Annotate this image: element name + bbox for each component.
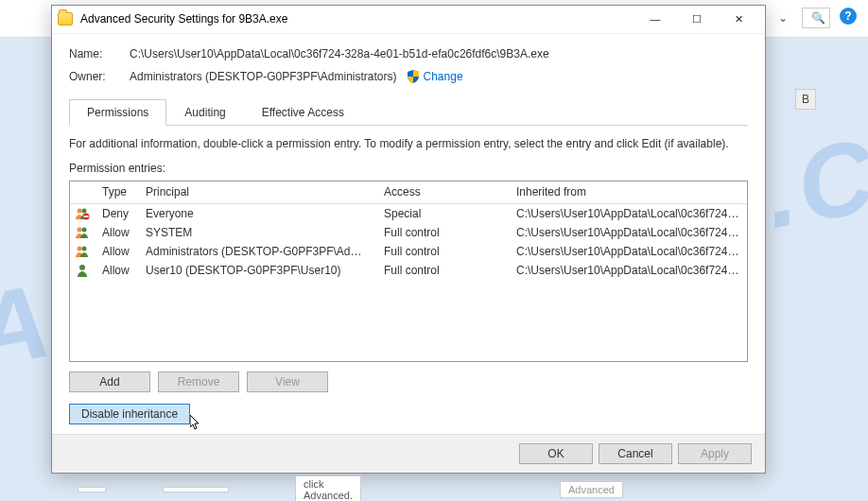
col-inherited[interactable]: Inherited from xyxy=(509,185,747,199)
cell-principal: SYSTEM xyxy=(138,226,376,239)
group-icon xyxy=(70,226,95,239)
col-access[interactable]: Access xyxy=(376,185,509,199)
help-icon[interactable]: ? xyxy=(840,8,857,25)
disable-inheritance-button[interactable]: Disable inheritance xyxy=(69,404,190,424)
col-type[interactable]: Type xyxy=(95,185,138,199)
svg-point-1 xyxy=(82,208,87,213)
svg-rect-3 xyxy=(84,216,89,217)
cell-access: Full control xyxy=(376,245,509,258)
search-fragment[interactable]: 🔍 xyxy=(802,8,830,28)
shield-icon xyxy=(407,70,420,83)
cell-inherited: C:\Users\User10\AppData\Local\0c36f724-3… xyxy=(509,226,747,239)
name-value: C:\Users\User10\AppData\Local\0c36f724-3… xyxy=(130,47,549,60)
owner-label: Owner: xyxy=(69,70,130,83)
group-deny-icon xyxy=(70,207,95,220)
col-principal[interactable]: Principal xyxy=(138,185,376,199)
cell-principal: User10 (DESKTOP-G0PF3PF\User10) xyxy=(138,264,376,277)
svg-point-0 xyxy=(78,208,82,213)
svg-point-8 xyxy=(79,265,85,270)
grid-header: Type Principal Access Inherited from xyxy=(70,181,747,204)
cell-type: Allow xyxy=(95,226,138,239)
view-button: View xyxy=(247,371,328,392)
minimize-button[interactable]: — xyxy=(634,6,676,32)
cell-access: Special xyxy=(376,207,509,220)
table-row[interactable]: Allow SYSTEM Full control C:\Users\User1… xyxy=(70,223,747,242)
cell-principal: Administrators (DESKTOP-G0PF3PF\Admini..… xyxy=(138,245,376,258)
cell-access: Full control xyxy=(376,226,509,239)
cell-access: Full control xyxy=(376,264,509,277)
titlebar: Advanced Security Settings for 9B3A.exe … xyxy=(52,6,765,34)
cell-principal: Everyone xyxy=(138,207,376,220)
background-b-button[interactable]: B xyxy=(795,89,816,110)
svg-point-5 xyxy=(82,227,87,232)
svg-point-6 xyxy=(78,246,82,250)
owner-value: Administrators (DESKTOP-G0PF3PF\Administ… xyxy=(130,70,397,83)
tab-effective-access[interactable]: Effective Access xyxy=(244,99,362,126)
cancel-button[interactable]: Cancel xyxy=(599,443,672,464)
cell-inherited: C:\Users\User10\AppData\Local\0c36f724-3… xyxy=(509,207,747,220)
name-row: Name: C:\Users\User10\AppData\Local\0c36… xyxy=(69,47,748,60)
window-title: Advanced Security Settings for 9B3A.exe xyxy=(80,12,634,26)
add-button[interactable]: Add xyxy=(69,371,150,392)
dialog-footer: OK Cancel Apply xyxy=(52,434,765,473)
cursor-icon xyxy=(190,415,205,435)
table-row[interactable]: Allow Administrators (DESKTOP-G0PF3PF\Ad… xyxy=(70,242,747,261)
tab-permissions[interactable]: Permissions xyxy=(69,99,166,126)
svg-point-4 xyxy=(78,227,82,232)
cell-type: Allow xyxy=(95,264,138,277)
entry-buttons: Add Remove View xyxy=(69,371,748,392)
info-text: For additional information, double-click… xyxy=(69,137,748,150)
cell-inherited: C:\Users\User10\AppData\Local\0c36f724-3… xyxy=(509,264,747,277)
maximize-button[interactable]: ☐ xyxy=(676,6,718,32)
user-icon xyxy=(70,264,95,277)
chevron-down-icon[interactable]: ⌄ xyxy=(772,8,794,28)
tabs: Permissions Auditing Effective Access xyxy=(69,98,748,126)
name-label: Name: xyxy=(69,47,130,60)
search-icon: 🔍 xyxy=(811,11,825,25)
table-row[interactable]: Allow User10 (DESKTOP-G0PF3PF\User10) Fu… xyxy=(70,261,747,280)
window-content: Name: C:\Users\User10\AppData\Local\0c36… xyxy=(52,34,765,434)
inheritance-row: Disable inheritance xyxy=(69,404,748,424)
tab-auditing[interactable]: Auditing xyxy=(166,99,243,126)
entries-label: Permission entries: xyxy=(69,162,748,175)
apply-button: Apply xyxy=(678,443,752,464)
cell-type: Allow xyxy=(95,245,138,258)
remove-button: Remove xyxy=(158,371,239,392)
permission-grid[interactable]: Type Principal Access Inherited from Den… xyxy=(69,181,748,362)
ok-button[interactable]: OK xyxy=(519,443,593,464)
folder-icon xyxy=(58,12,73,26)
svg-point-7 xyxy=(82,246,87,250)
cell-inherited: C:\Users\User10\AppData\Local\0c36f724-3… xyxy=(509,245,747,258)
close-button[interactable]: ✕ xyxy=(718,6,759,32)
cell-type: Deny xyxy=(95,207,138,220)
security-settings-window: Advanced Security Settings for 9B3A.exe … xyxy=(51,5,766,474)
window-buttons: — ☐ ✕ xyxy=(634,6,759,32)
owner-row: Owner: Administrators (DESKTOP-G0PF3PF\A… xyxy=(69,70,748,83)
change-owner-link[interactable]: Change xyxy=(424,70,463,83)
background-fragments: click Advanced. Advanced xyxy=(78,478,229,501)
group-icon xyxy=(70,245,95,258)
table-row[interactable]: Deny Everyone Special C:\Users\User10\Ap… xyxy=(70,204,747,223)
